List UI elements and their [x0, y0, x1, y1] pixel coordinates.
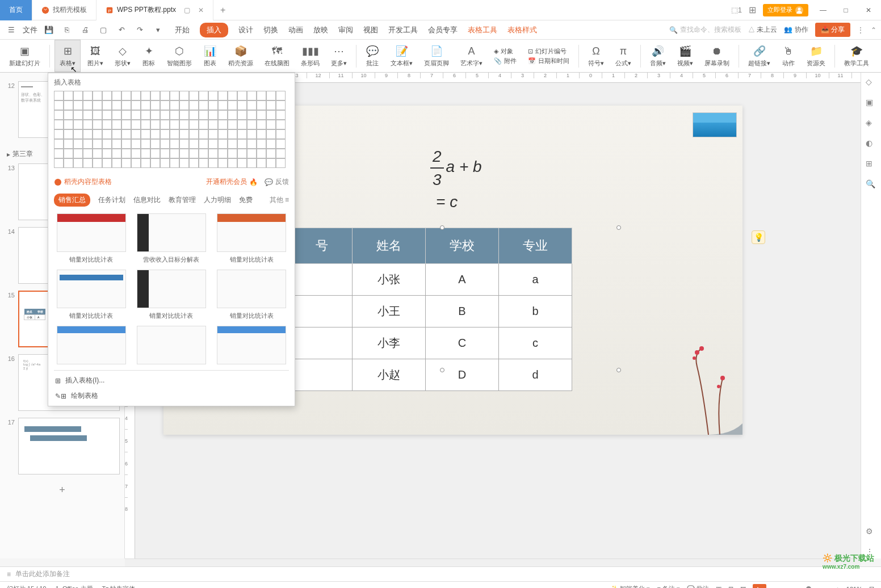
open-vip-link[interactable]: 开通稻壳会员 🔥: [206, 177, 258, 187]
sidebar-design-icon[interactable]: ◇: [866, 77, 877, 89]
table-cell[interactable]: c: [499, 327, 572, 359]
menu-tab-transition[interactable]: 切换: [263, 23, 278, 37]
sidebar-search-icon[interactable]: 🔍: [866, 179, 877, 191]
cat-tab-free[interactable]: 免费: [239, 195, 253, 205]
template-item[interactable]: [134, 326, 208, 364]
beautify-button[interactable]: ✨ 智能美化 ▾: [610, 585, 650, 588]
table-cell[interactable]: 小张: [353, 264, 426, 296]
table-cell[interactable]: [292, 327, 353, 359]
menu-tab-animation[interactable]: 动画: [288, 23, 303, 37]
zoom-in-icon[interactable]: +: [836, 586, 839, 589]
horizontal-scrollbar[interactable]: [125, 558, 861, 566]
menu-tab-start[interactable]: 开始: [175, 23, 190, 37]
selection-handle[interactable]: [616, 225, 621, 230]
ribbon-new-slide[interactable]: ▣新建幻灯片: [5, 40, 45, 72]
table-cell[interactable]: C: [426, 327, 499, 359]
template-item[interactable]: 销量对比统计表: [134, 270, 208, 320]
ribbon-barcode[interactable]: ▮▮▮条形码: [296, 40, 324, 72]
sidebar-tools-icon[interactable]: ⚙: [866, 527, 877, 538]
table-header[interactable]: 号: [292, 228, 353, 264]
table-cell[interactable]: [292, 359, 353, 391]
menu-tab-insert[interactable]: 插入: [200, 23, 228, 37]
table-cell[interactable]: [292, 296, 353, 327]
save-icon[interactable]: 💾: [42, 23, 56, 37]
ribbon-attachment[interactable]: 📎 附件: [494, 57, 517, 65]
ribbon-shape[interactable]: ◇形状▾: [110, 40, 135, 72]
ribbon-textbox[interactable]: 📝文本框▾: [386, 40, 417, 72]
ribbon-smartart[interactable]: ⬡智能图形: [162, 40, 196, 72]
close-icon[interactable]: ✕: [198, 6, 204, 14]
table-header[interactable]: 姓名: [353, 228, 426, 264]
ribbon-audio[interactable]: 🔊音频▾: [645, 40, 670, 72]
menu-tab-design[interactable]: 设计: [238, 23, 253, 37]
tab-home[interactable]: 首页: [0, 0, 32, 20]
cat-tab-hr[interactable]: 人力明细: [204, 195, 231, 205]
ribbon-icon[interactable]: ✦图标: [137, 40, 160, 72]
menu-tab-slideshow[interactable]: 放映: [313, 23, 328, 37]
cat-tab-tasks[interactable]: 任务计划: [98, 195, 125, 205]
template-item[interactable]: 营收收入目标分解表: [134, 213, 208, 264]
cat-other[interactable]: 其他 ≡: [270, 195, 289, 205]
ribbon-docker-res[interactable]: 📦稻壳资源: [224, 40, 258, 72]
ribbon-picture[interactable]: 🖼图片▾: [83, 40, 108, 72]
ribbon-slide-number[interactable]: ⊡ 幻灯片编号: [528, 47, 569, 56]
cat-tab-info[interactable]: 信息对比: [133, 195, 161, 205]
menu-tab-table-style[interactable]: 表格样式: [507, 23, 537, 37]
notes-toggle[interactable]: ≡ 备注 ▾: [657, 585, 680, 588]
fit-icon[interactable]: ⊡: [869, 585, 874, 588]
maximize-button[interactable]: □: [838, 2, 854, 18]
ribbon-wordart[interactable]: A艺术字▾: [456, 40, 487, 72]
tab-docker-templates[interactable]: 找稻壳模板: [32, 0, 97, 20]
hamburger-icon[interactable]: ☰: [5, 23, 18, 37]
table-cell[interactable]: D: [426, 359, 499, 391]
cat-tab-edu[interactable]: 教育管理: [169, 195, 196, 205]
ribbon-equation[interactable]: π公式▾: [611, 40, 636, 72]
table-size-grid[interactable]: [54, 91, 289, 168]
more-icon[interactable]: ⋮: [857, 26, 864, 34]
add-slide-button[interactable]: +: [5, 481, 120, 498]
menu-tab-dev[interactable]: 开发工具: [388, 23, 418, 37]
minimize-button[interactable]: —: [815, 2, 831, 18]
template-item[interactable]: 销量对比统计表: [215, 213, 289, 264]
template-item[interactable]: [54, 326, 128, 364]
share-button[interactable]: 📤 分享: [815, 23, 850, 37]
ribbon-object[interactable]: ◈ 对象: [494, 47, 517, 56]
login-button[interactable]: 立即登录: [763, 4, 808, 16]
tab-menu-icon[interactable]: ▢: [184, 6, 190, 14]
table-cell[interactable]: B: [426, 296, 499, 327]
ribbon-datetime[interactable]: 📅 日期和时间: [528, 57, 569, 65]
print-icon[interactable]: 🖨: [78, 23, 92, 37]
slide-thumb-17[interactable]: [18, 418, 120, 474]
file-menu[interactable]: 文件: [23, 25, 37, 35]
table-cell[interactable]: 小王: [353, 296, 426, 327]
table-header[interactable]: 学校: [426, 228, 499, 264]
table-cell[interactable]: b: [499, 296, 572, 327]
view-sorter-icon[interactable]: ⊞: [728, 585, 733, 588]
new-tab-button[interactable]: +: [213, 5, 232, 15]
play-button[interactable]: ▶: [753, 584, 766, 589]
dropdown-icon[interactable]: ▾: [151, 23, 165, 37]
missing-font[interactable]: Tт 缺失字体: [102, 585, 136, 588]
ribbon-header-footer[interactable]: 📄页眉页脚: [419, 40, 454, 72]
redo-icon[interactable]: ↷: [133, 23, 146, 37]
ribbon-chart[interactable]: 📊图表: [199, 40, 221, 72]
insert-table-option[interactable]: ⊞ 插入表格(I)...: [54, 373, 289, 388]
menu-tab-review[interactable]: 审阅: [338, 23, 353, 37]
ribbon-more[interactable]: ⋯更多▾: [326, 40, 351, 72]
table-cell[interactable]: 小赵: [353, 359, 426, 391]
layout-icon[interactable]: ⬚1: [731, 6, 742, 14]
corner-image[interactable]: [693, 112, 737, 137]
table-cell[interactable]: d: [499, 359, 572, 391]
ribbon-symbol[interactable]: Ω符号▾: [584, 40, 609, 72]
ribbon-resource[interactable]: 📁资源夹: [802, 40, 830, 72]
formula-object[interactable]: 23a + b = c: [430, 145, 482, 213]
draw-table-option[interactable]: ✎⊞ 绘制表格: [54, 388, 289, 404]
save-as-icon[interactable]: ⎘: [60, 23, 74, 37]
view-normal-icon[interactable]: ▣: [716, 585, 721, 588]
ribbon-action[interactable]: 🖱动作: [777, 40, 800, 72]
close-button[interactable]: ✕: [861, 2, 876, 18]
menu-tab-view[interactable]: 视图: [363, 23, 378, 37]
print-preview-icon[interactable]: ▢: [97, 23, 110, 37]
ribbon-screen-record[interactable]: ⏺屏幕录制: [700, 40, 734, 72]
table-cell[interactable]: a: [499, 264, 572, 296]
